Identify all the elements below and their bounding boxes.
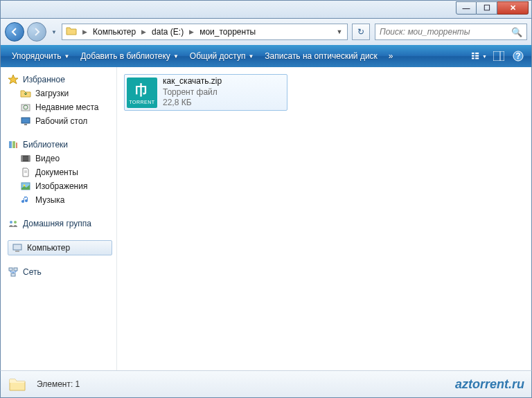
file-list-pane[interactable]: 巾 TORRENT как_скачать.zip Торрент файл 2… [117, 67, 531, 370]
libraries-label: Библиотеки [23, 140, 68, 150]
svg-rect-13 [24, 124, 27, 125]
navigation-bar: ▼ ▶ Компьютер ▶ data (E:) ▶ мои_торренты… [0, 19, 532, 45]
add-to-library-button[interactable]: Добавить в библиотеку▼ [75, 45, 184, 67]
breadcrumb-computer[interactable]: Компьютер [89, 24, 139, 39]
sidebar-label: Изображения [35, 181, 87, 191]
svg-rect-14 [9, 141, 12, 148]
svg-rect-6 [493, 51, 504, 61]
arrow-right-icon [33, 28, 41, 36]
back-button[interactable] [5, 22, 24, 42]
forward-button[interactable] [27, 22, 46, 42]
chevron-down-icon: ▼ [173, 53, 179, 60]
refresh-icon: ↻ [357, 27, 364, 37]
close-button[interactable]: ✕ [497, 1, 529, 15]
explorer-body: Избранное Загрузки Недавние места Рабочи… [0, 67, 532, 370]
file-size: 22,8 КБ [163, 98, 222, 109]
share-label: Общий доступ [190, 51, 246, 61]
status-bar: Элемент: 1 aztorrent.ru [0, 370, 532, 398]
star-icon [8, 74, 19, 85]
sidebar-item-computer[interactable]: Компьютер [8, 240, 112, 255]
svg-rect-30 [11, 273, 15, 276]
libraries-header[interactable]: Библиотеки [8, 138, 116, 152]
chevron-right-icon[interactable]: ▶ [187, 28, 196, 35]
svg-rect-1 [472, 55, 475, 57]
address-bar[interactable]: ▶ Компьютер ▶ data (E:) ▶ мои_торренты ▼ [62, 24, 348, 40]
overflow-button[interactable]: » [383, 45, 399, 67]
sidebar-item-videos[interactable]: Видео [8, 152, 116, 165]
network-group: Сеть [1, 265, 116, 279]
svg-rect-15 [12, 141, 15, 148]
file-type: Торрент файл [163, 87, 222, 98]
pictures-icon [20, 181, 31, 192]
svg-rect-2 [472, 57, 475, 59]
status-text: Элемент: 1 [37, 379, 80, 389]
sidebar-label: Рабочий стол [35, 116, 87, 126]
search-input[interactable] [380, 27, 511, 37]
burn-button[interactable]: Записать на оптический диск [259, 45, 383, 67]
arrow-left-icon [10, 28, 19, 36]
file-item[interactable]: 巾 TORRENT как_скачать.zip Торрент файл 2… [124, 74, 287, 111]
chevron-down-icon: ▼ [482, 54, 487, 59]
overflow-label: » [389, 51, 393, 61]
preview-pane-button[interactable] [491, 48, 506, 64]
refresh-button[interactable]: ↻ [352, 24, 370, 40]
file-name: как_скачать.zip [163, 76, 222, 87]
libraries-icon [8, 139, 19, 150]
sidebar-label: Недавние места [35, 102, 98, 112]
chevron-down-icon: ▼ [64, 53, 69, 60]
addlib-label: Добавить в библиотеку [80, 51, 170, 61]
address-dropdown[interactable]: ▼ [333, 28, 346, 35]
sidebar-item-homegroup[interactable]: Домашняя группа [8, 217, 116, 230]
svg-rect-29 [14, 268, 17, 271]
chevron-right-icon[interactable]: ▶ [80, 28, 89, 35]
chevron-right-icon[interactable]: ▶ [139, 28, 148, 35]
libraries-group: Библиотеки Видео Документы Изображения М… [1, 138, 116, 207]
chevron-down-icon: ▼ [248, 53, 254, 60]
recent-icon [20, 102, 31, 113]
view-options-button[interactable]: ▼ [472, 48, 487, 64]
favorites-header[interactable]: Избранное [8, 73, 116, 87]
homegroup-group: Домашняя группа [1, 217, 116, 230]
music-icon [20, 195, 31, 206]
svg-point-24 [10, 221, 12, 224]
sidebar-item-recent[interactable]: Недавние места [8, 100, 116, 114]
svg-rect-0 [472, 53, 475, 54]
svg-rect-26 [13, 244, 21, 250]
sidebar-item-desktop[interactable]: Рабочий стол [8, 114, 116, 128]
sidebar-item-pictures[interactable]: Изображения [8, 179, 116, 193]
organize-button[interactable]: Упорядочить▼ [6, 45, 75, 67]
maximize-button[interactable]: ☐ [477, 1, 497, 15]
video-icon [20, 153, 31, 164]
folder-icon [66, 26, 78, 38]
homegroup-icon [8, 218, 19, 229]
sidebar-item-music[interactable]: Музыка [8, 193, 116, 207]
network-icon [8, 266, 19, 278]
nav-history-dropdown[interactable]: ▼ [49, 26, 59, 38]
network-label: Сеть [23, 267, 42, 277]
sidebar-item-network[interactable]: Сеть [8, 265, 116, 279]
window-controls: — ☐ ✕ [456, 1, 529, 15]
help-button[interactable]: ? [511, 48, 526, 64]
pane-icon [493, 51, 504, 61]
torrent-file-icon: 巾 TORRENT [127, 78, 157, 108]
sidebar-label: Музыка [35, 195, 64, 205]
sidebar-label: Загрузки [35, 89, 69, 98]
sidebar-item-documents[interactable]: Документы [8, 165, 116, 179]
svg-point-25 [14, 221, 17, 224]
window-titlebar: — ☐ ✕ [0, 0, 532, 19]
breadcrumb-folder[interactable]: мои_торренты [196, 24, 259, 39]
sidebar-item-downloads[interactable]: Загрузки [8, 87, 116, 100]
share-button[interactable]: Общий доступ▼ [184, 45, 260, 67]
svg-rect-12 [21, 118, 30, 123]
breadcrumb-drive[interactable]: data (E:) [148, 24, 187, 39]
view-icon [472, 51, 481, 61]
minimize-button[interactable]: — [456, 1, 477, 15]
file-info: как_скачать.zip Торрент файл 22,8 КБ [163, 76, 222, 109]
watermark: aztorrent.ru [455, 377, 524, 392]
search-box[interactable]: 🔍 [375, 24, 527, 40]
svg-rect-5 [475, 57, 479, 59]
folder-icon [8, 374, 27, 394]
svg-rect-16 [16, 143, 17, 148]
svg-rect-4 [475, 55, 479, 57]
svg-rect-28 [9, 268, 12, 271]
